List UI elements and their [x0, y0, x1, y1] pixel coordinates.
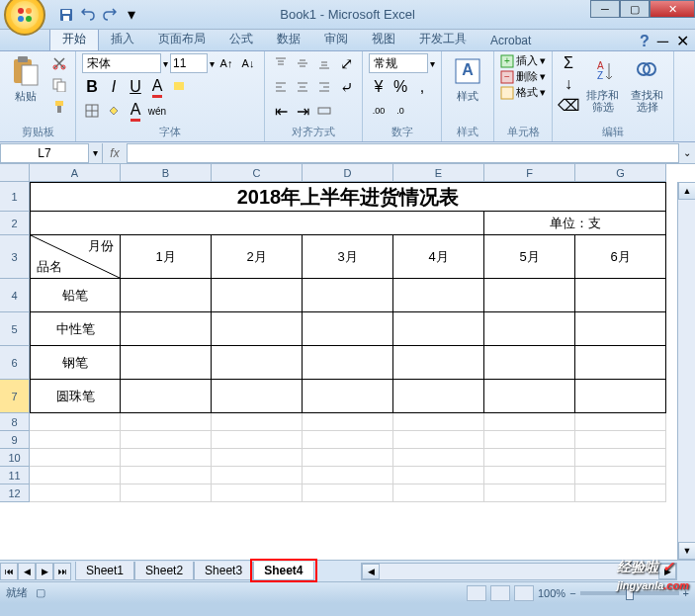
cell[interactable]: [303, 312, 393, 346]
increase-font-icon[interactable]: A↑: [217, 53, 236, 73]
cell[interactable]: [212, 312, 303, 346]
cell[interactable]: [303, 431, 393, 449]
row-header[interactable]: 5: [0, 312, 30, 346]
orientation-icon[interactable]: ⤢: [336, 53, 356, 73]
styles-button[interactable]: A 样式: [448, 53, 487, 106]
cell[interactable]: 钢笔: [30, 346, 121, 380]
cell[interactable]: [212, 449, 303, 467]
percent-icon[interactable]: %: [391, 77, 410, 97]
scroll-down-icon[interactable]: ▼: [678, 542, 695, 560]
cell[interactable]: [30, 212, 484, 235]
row-header[interactable]: 11: [0, 467, 30, 484]
name-box[interactable]: [0, 143, 89, 163]
cell[interactable]: 月份品名: [30, 235, 121, 279]
sheet-nav-last-icon[interactable]: ⏭: [53, 563, 71, 580]
sheet-nav-first-icon[interactable]: ⏮: [0, 563, 18, 580]
unit-cell[interactable]: 单位：支: [484, 212, 666, 235]
cell[interactable]: [212, 279, 303, 312]
sheet-nav-next-icon[interactable]: ▶: [36, 563, 53, 580]
cell[interactable]: [575, 484, 666, 502]
autosum-icon[interactable]: Σ: [559, 53, 578, 73]
align-left-icon[interactable]: [271, 77, 291, 97]
align-right-icon[interactable]: [314, 77, 334, 97]
currency-icon[interactable]: ¥: [369, 77, 389, 97]
cell[interactable]: [393, 467, 484, 484]
zoom-level[interactable]: 100%: [538, 587, 565, 599]
page-break-view-icon[interactable]: [514, 585, 534, 601]
merge-icon[interactable]: [314, 101, 334, 121]
cell[interactable]: [575, 413, 666, 431]
redo-icon[interactable]: [101, 6, 119, 24]
cell[interactable]: [575, 449, 666, 467]
row-header[interactable]: 12: [0, 484, 30, 502]
row-header[interactable]: 8: [0, 413, 30, 431]
sheet-tab[interactable]: Sheet4: [253, 562, 313, 580]
formula-bar[interactable]: [127, 143, 679, 163]
font-name-select[interactable]: [82, 53, 161, 73]
sheet-tab[interactable]: Sheet1: [75, 562, 134, 580]
cell[interactable]: [121, 346, 212, 380]
cell[interactable]: [393, 312, 484, 346]
row-header[interactable]: 4: [0, 279, 30, 312]
cell[interactable]: [575, 467, 666, 484]
cell[interactable]: [212, 346, 303, 380]
normal-view-icon[interactable]: [467, 585, 486, 601]
cell[interactable]: [575, 312, 666, 346]
increase-decimal-icon[interactable]: .00: [369, 101, 389, 121]
tab-pagelayout[interactable]: 页面布局: [146, 28, 217, 50]
delete-cells-button[interactable]: −删除 ▾: [500, 69, 546, 84]
format-cells-button[interactable]: 格式 ▾: [500, 85, 546, 100]
cell[interactable]: [212, 431, 303, 449]
cell[interactable]: [303, 279, 393, 312]
tab-insert[interactable]: 插入: [99, 28, 146, 50]
decrease-decimal-icon[interactable]: .0: [391, 101, 410, 121]
cell[interactable]: [30, 467, 121, 484]
tab-developer[interactable]: 开发工具: [407, 28, 478, 50]
cell[interactable]: [484, 449, 575, 467]
cell[interactable]: [212, 380, 303, 413]
fill-icon[interactable]: [104, 101, 124, 121]
cell[interactable]: [121, 431, 212, 449]
phonetic-icon[interactable]: wén: [147, 101, 167, 121]
inner-close-icon[interactable]: ✕: [676, 32, 689, 50]
cell[interactable]: [393, 449, 484, 467]
column-header[interactable]: D: [303, 164, 393, 182]
cell[interactable]: 4月: [393, 235, 484, 279]
zoom-out-icon[interactable]: −: [569, 587, 575, 599]
cell[interactable]: 5月: [484, 235, 575, 279]
cell[interactable]: [393, 279, 484, 312]
copy-icon[interactable]: [49, 75, 69, 95]
cell[interactable]: [303, 380, 393, 413]
column-header[interactable]: G: [575, 164, 666, 182]
underline-icon[interactable]: U: [126, 77, 145, 97]
cell[interactable]: [30, 431, 121, 449]
cell[interactable]: [303, 484, 393, 502]
increase-indent-icon[interactable]: ⇥: [293, 101, 312, 121]
row-header[interactable]: 9: [0, 431, 30, 449]
cell[interactable]: 圆珠笔: [30, 380, 121, 413]
wrap-text-icon[interactable]: ⤶: [336, 77, 356, 97]
sheet-tab[interactable]: Sheet3: [194, 562, 253, 580]
clear-icon[interactable]: ⌫: [559, 95, 578, 115]
cell[interactable]: 2月: [212, 235, 303, 279]
decrease-indent-icon[interactable]: ⇤: [271, 101, 291, 121]
fill-color-icon[interactable]: [169, 77, 189, 97]
cell[interactable]: [575, 380, 666, 413]
column-header[interactable]: B: [121, 164, 212, 182]
cell[interactable]: [393, 484, 484, 502]
maximize-button[interactable]: ▢: [620, 0, 650, 18]
format-painter-icon[interactable]: [49, 97, 69, 117]
cell[interactable]: [121, 380, 212, 413]
align-center-icon[interactable]: [293, 77, 312, 97]
row-header[interactable]: 2: [0, 212, 30, 235]
select-all-corner[interactable]: [0, 164, 30, 182]
qat-dropdown-icon[interactable]: ▾: [123, 6, 140, 24]
sheet-nav-prev-icon[interactable]: ◀: [18, 563, 36, 580]
comma-icon[interactable]: ,: [412, 77, 432, 97]
cells-area[interactable]: 2018年上半年进货情况表单位：支月份品名1月2月3月4月5月6月铅笔中性笔钢笔…: [30, 182, 666, 502]
row-header[interactable]: 6: [0, 346, 30, 380]
align-bottom-icon[interactable]: [314, 53, 334, 73]
column-header[interactable]: C: [212, 164, 303, 182]
tab-formulas[interactable]: 公式: [217, 28, 265, 50]
cell[interactable]: [212, 413, 303, 431]
